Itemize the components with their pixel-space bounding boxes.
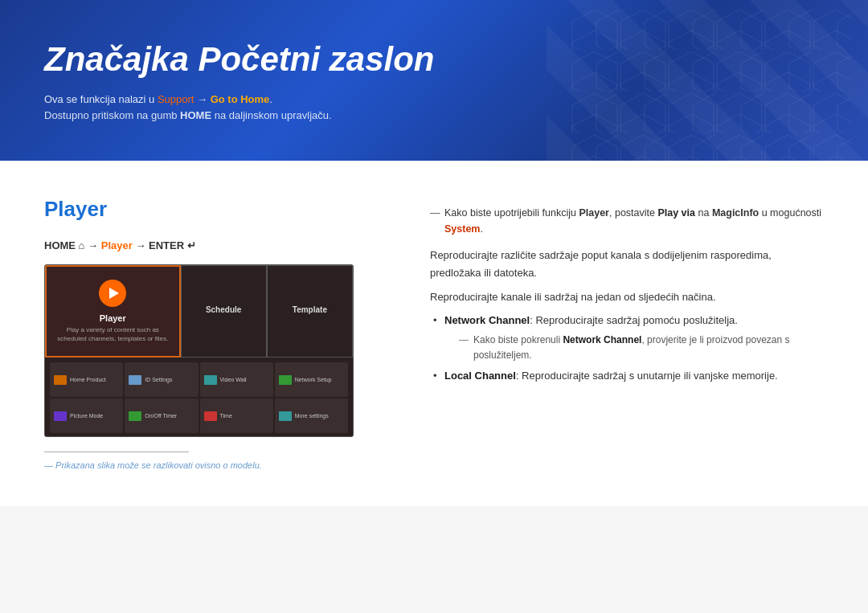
goto-home-link[interactable]: Go to Home	[211, 93, 270, 105]
nav-arrow1: →	[88, 239, 101, 251]
list-item: More settings	[275, 398, 348, 433]
list-item: On/Off Timer	[125, 398, 198, 433]
divider	[44, 452, 189, 452]
right-column: Kako biste upotrijebili funkciju Player,…	[430, 197, 824, 470]
sub-note-pre: Kako biste pokrenuli	[473, 334, 563, 345]
main-content: Player HOME ⌂ → Player → ENTER ↵ Player …	[0, 161, 868, 506]
bottom-item-text: On/Off Timer	[145, 413, 177, 419]
list-item: Time	[200, 398, 273, 433]
nav-home: HOME ⌂	[44, 239, 84, 251]
play-icon-circle	[99, 280, 126, 307]
network-channel-bold: Network Channel	[563, 334, 641, 345]
play-via-keyword: Play via	[657, 207, 695, 219]
list-item: Network Setup	[275, 362, 348, 397]
schedule-cell-title: Schedule	[206, 305, 241, 314]
header-banner: Značajka Početni zaslon Ova se funkcija …	[0, 0, 868, 161]
description-2: Reproducirajte kanale ili sadržaj na jed…	[430, 288, 824, 306]
system-keyword: System	[444, 223, 480, 235]
on-off-timer-icon	[129, 411, 141, 421]
player-cell-subtitle: Play a variety of content such as schedu…	[55, 326, 171, 343]
subtitle2-post: na daljinskom upravljaču.	[211, 109, 332, 121]
intro-mid2: na	[695, 207, 712, 219]
home-product-icon	[54, 375, 67, 385]
time-icon	[204, 411, 217, 421]
template-cell-title: Template	[293, 305, 327, 314]
description-1: Reproducirajte različite sadržaje poput …	[430, 247, 824, 282]
network-channel-text: : Reproducirajte sadržaj pomoću poslužit…	[530, 314, 738, 326]
intro-pre: Kako biste upotrijebili funkciju	[444, 207, 579, 219]
magicinfo-keyword: MagicInfo	[712, 207, 759, 219]
screenshot-top: Player Play a variety of content such as…	[45, 265, 353, 358]
schedule-cell: Schedule	[181, 265, 267, 358]
play-triangle-icon	[109, 288, 119, 299]
intro-mid3: u mogućnosti	[759, 207, 821, 219]
bottom-item-text: Network Setup	[295, 377, 332, 382]
player-keyword: Player	[579, 207, 609, 219]
screenshot-mockup: Player Play a variety of content such as…	[44, 264, 354, 437]
player-cell-title: Player	[100, 313, 126, 323]
home-keyword: HOME	[180, 109, 211, 121]
intro-note: Kako biste upotrijebili funkciju Player,…	[430, 205, 824, 237]
screenshot-bottom: Home Product ID Settings Video Wall Netw…	[45, 358, 353, 437]
video-wall-icon	[204, 375, 217, 385]
sub-note: Kako biste pokrenuli Network Channel, pr…	[444, 333, 824, 363]
intro-end: .	[480, 223, 482, 235]
list-item: Local Channel: Reproducirajte sadržaj s …	[430, 368, 824, 385]
list-item: Home Product	[50, 362, 123, 397]
network-channel-label: Network Channel	[444, 314, 530, 326]
left-column: Player HOME ⌂ → Player → ENTER ↵ Player …	[44, 197, 382, 470]
subtitle-arrow1: →	[194, 93, 210, 105]
bottom-item-text: More settings	[295, 413, 329, 419]
list-item: Network Channel: Reproducirajte sadržaj …	[430, 313, 824, 363]
footnote: — Prikazana slika može se razlikovati ov…	[44, 460, 382, 470]
id-settings-icon	[129, 375, 141, 385]
bottom-item-text: Time	[220, 413, 232, 419]
network-setup-icon	[279, 375, 292, 385]
support-link[interactable]: Support	[158, 93, 194, 105]
hex-decoration	[571, 8, 852, 161]
list-item: ID Settings	[125, 362, 198, 397]
bullet-list: Network Channel: Reproducirajte sadržaj …	[430, 313, 824, 385]
bottom-item-text: Home Product	[70, 377, 106, 382]
picture-mode-icon	[54, 411, 67, 421]
intro-mid1: , postavite	[609, 207, 657, 219]
section-title: Player	[44, 197, 382, 222]
player-cell: Player Play a variety of content such as…	[45, 265, 181, 358]
subtitle-period: .	[269, 93, 272, 105]
svg-rect-3	[571, 8, 852, 161]
nav-player: Player	[101, 239, 133, 251]
subtitle2-pre: Dostupno pritiskom na gumb	[44, 109, 180, 121]
more-settings-icon	[279, 411, 292, 421]
bottom-item-text: Video Wall	[220, 377, 247, 382]
bottom-item-text: Picture Mode	[70, 413, 103, 419]
template-cell: Template	[267, 265, 353, 358]
local-channel-label: Local Channel	[444, 370, 516, 382]
nav-path: HOME ⌂ → Player → ENTER ↵	[44, 239, 382, 251]
bottom-item-text: ID Settings	[145, 377, 172, 382]
subtitle-pre: Ova se funkcija nalazi u	[44, 93, 158, 105]
list-item: Video Wall	[200, 362, 273, 397]
nav-arrow2: → ENTER ↵	[135, 239, 195, 251]
local-channel-text: : Reproducirajte sadržaj s unutarnje ili…	[516, 370, 778, 382]
list-item: Picture Mode	[50, 398, 123, 433]
